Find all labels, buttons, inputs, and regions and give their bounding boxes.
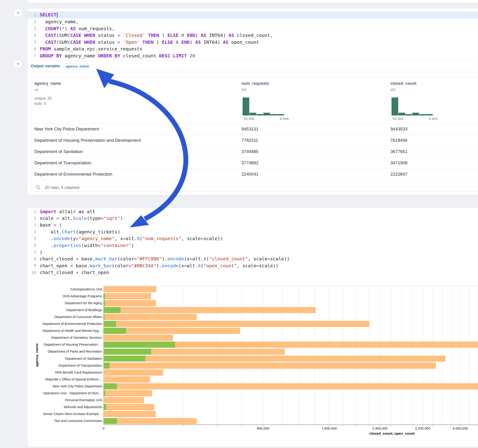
y-axis-tick [102, 386, 104, 386]
code-token: ) [65, 26, 70, 31]
histogram-bar [277, 114, 284, 115]
fold-chevron-icon[interactable]: ⌄ [36, 224, 40, 226]
gridline [356, 286, 356, 424]
code-line[interactable]: 4 alt.Chart(agency_tickets) [27, 228, 478, 235]
code-token: alt. [59, 216, 73, 221]
x-axis-line [104, 424, 478, 425]
code-text: ) [40, 249, 478, 255]
code-token: "closed_count" [209, 256, 248, 261]
code-line[interactable]: 8chart_closed = base.mark_bar(color="#FF… [27, 255, 478, 262]
add-cell-button[interactable]: + [14, 60, 22, 68]
cell-closed-count: 3471908 [390, 160, 408, 165]
code-text: agency_name, [40, 19, 478, 25]
code-token: ( [140, 236, 143, 241]
table-row: Department of Sanitation37494853677651 [32, 146, 478, 157]
code-line[interactable]: 3 COUNT(*) AS num_requests, [27, 25, 478, 32]
y-axis-label: New York City Police Department [28, 384, 102, 388]
code-token: = [189, 256, 192, 261]
y-axis-tick [102, 407, 104, 407]
code-token: import [40, 209, 56, 214]
output-variable-bar: Output variable: agency_tickets [27, 60, 478, 72]
code-token: encode [162, 263, 178, 268]
y-axis-tick [102, 421, 104, 421]
y-axis-label: Refunds and Adjustments [28, 405, 102, 409]
y-axis-tick [102, 296, 104, 296]
code-text: alt.Chart(agency_tickets) [40, 229, 478, 235]
code-line[interactable]: 10chart_closed + chart_open [27, 269, 478, 276]
code-token: DESC [159, 53, 170, 59]
line-number: 1 [27, 209, 36, 214]
code-line[interactable]: 3⌄base = ( [27, 222, 478, 228]
code-text: GROUP BY agency_name ORDER BY closed_cou… [40, 53, 478, 59]
code-token [140, 39, 143, 45]
cell-closed-count: 7618456 [390, 138, 408, 143]
code-token: = [76, 236, 79, 241]
code-token: alt. [126, 236, 137, 241]
y-axis-tick [102, 345, 104, 345]
code-token: agency_name [62, 53, 98, 59]
gridline [413, 286, 413, 424]
closed-count-bar [104, 390, 152, 396]
code-line[interactable]: 5 CAST(SUM(CASE WHEN status = 'Open' THE… [27, 39, 478, 46]
line-number: 6 [27, 47, 36, 51]
code-line[interactable]: 5 .encode(y="agency_name", x=alt.X("num_… [27, 235, 478, 242]
output-variable-input[interactable]: agency_tickets [64, 63, 89, 70]
code-line[interactable]: 6 .properties(width="container") [27, 242, 478, 249]
gridline [460, 286, 460, 424]
y-axis-tick [102, 352, 104, 352]
code-token [178, 39, 181, 45]
gridline [314, 286, 315, 424]
code-text: chart_closed + chart_open [40, 270, 478, 275]
y-axis-tick [102, 414, 104, 414]
code-line[interactable]: 7GROUP BY agency_name ORDER BY closed_co… [27, 52, 478, 59]
code-token: Chart [62, 229, 76, 235]
code-token [40, 39, 45, 45]
code-line[interactable]: 4 CAST(SUM(CASE WHEN status = 'Closed' T… [27, 32, 478, 39]
code-text: .encode(y="agency_name", x=alt.X("num_re… [40, 236, 478, 241]
column-type: str [34, 88, 38, 92]
code-line[interactable]: 2 agency_name, [27, 19, 478, 25]
code-line[interactable]: 7) [27, 249, 478, 255]
code-line[interactable]: 2scale = alt.Scale(type="sqrt") [27, 215, 478, 221]
line-number: 2 [27, 216, 36, 221]
add-cell-button[interactable]: + [14, 9, 22, 17]
code-token [40, 26, 45, 31]
code-token: agency_name, [40, 19, 79, 25]
search-icon[interactable] [36, 185, 41, 190]
code-token: 1 [156, 39, 159, 45]
cell-num-requests: 2240041 [241, 172, 258, 177]
closed-count-bar [104, 397, 144, 403]
open-count-bar [104, 321, 116, 327]
code-token: 1 [162, 32, 165, 38]
code-token: ELSE [167, 32, 178, 38]
y-axis-tick [102, 338, 104, 338]
code-token: = [184, 263, 187, 268]
table-row: Department of Housing Preservation and D… [32, 135, 478, 146]
code-token: 0 [181, 32, 184, 38]
dataframe-preview: agency_namestrunique: 20nulls: 0num_requ… [31, 77, 478, 192]
fold-chevron-icon[interactable]: ⌄ [36, 14, 40, 16]
sql-code-editor[interactable]: 1⌄SELECT2 agency_name,3 COUNT(*) AS num_… [27, 12, 478, 59]
open-count-bar [104, 404, 106, 410]
code-line[interactable]: 6FROM sample_data.nyc.service_requests [27, 46, 478, 53]
code-line[interactable]: 1⌄SELECT [27, 12, 478, 19]
x-axis-tick-label: 4,000,000 [442, 426, 478, 430]
x-axis-tick [242, 425, 242, 426]
y-axis-tick [102, 393, 104, 394]
y-axis-title: agency_name [35, 332, 39, 378]
notebook-page: + + 1⌄SELECT2 agency_name,3 COUNT(*) AS … [0, 0, 478, 448]
x-axis-tick-label: 0 [85, 426, 122, 430]
line-number: 3 [27, 26, 36, 31]
code-token: chart_closed [40, 270, 76, 275]
closed-count-bar [104, 369, 163, 376]
code-token [159, 32, 162, 38]
y-axis-label: DHS Advantage Programs [28, 294, 102, 298]
code-line[interactable]: 1import altair as alt [27, 208, 478, 215]
python-code-editor[interactable]: 1import altair as alt2scale = alt.Scale(… [27, 208, 478, 276]
code-line[interactable]: 9chart_open = base.mark_bar(color="#8BC3… [27, 262, 478, 269]
code-token: CAST [45, 32, 56, 38]
open-count-bar [104, 349, 151, 355]
code-token: CASE [70, 32, 81, 38]
gutter-divider [38, 208, 38, 279]
cell-closed-count: 9443533 [390, 126, 408, 132]
